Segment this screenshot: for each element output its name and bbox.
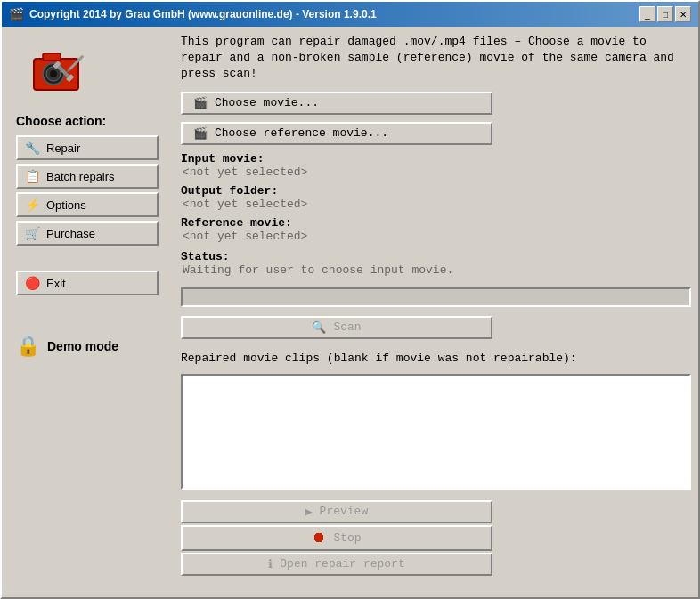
- main-panel: This program can repair damaged .mov/.mp…: [181, 34, 691, 590]
- scan-button[interactable]: 🔍 Scan: [181, 316, 492, 339]
- close-button[interactable]: ✕: [675, 6, 691, 22]
- repaired-label: Repaired movie clips (blank if movie was…: [181, 352, 691, 365]
- window-title: Copyright 2014 by Grau GmbH (www.grauonl…: [29, 8, 377, 20]
- reference-movie-value: <not yet selected>: [183, 230, 691, 243]
- open-repair-report-button[interactable]: ℹ Open repair report: [181, 553, 492, 576]
- demo-mode-section: 🔒 Demo mode: [16, 335, 118, 358]
- purchase-button[interactable]: 🛒 Purchase: [16, 221, 159, 246]
- options-button[interactable]: ⚡ Options: [16, 192, 159, 217]
- svg-rect-4: [43, 53, 61, 61]
- maximize-button[interactable]: □: [657, 6, 673, 22]
- app-logo: [27, 41, 89, 103]
- repair-button[interactable]: 🔧 Repair: [16, 135, 159, 160]
- choose-movie-label: Choose movie...: [215, 96, 319, 109]
- purchase-icon: 🛒: [25, 226, 41, 240]
- description-text: This program can repair damaged .mov/.mp…: [181, 34, 691, 83]
- preview-icon: ▶: [305, 505, 313, 519]
- status-section: Status: Waiting for user to choose input…: [181, 250, 691, 277]
- reference-movie-section: Reference movie: <not yet selected>: [181, 216, 691, 243]
- lock-icon: 🔒: [16, 335, 40, 358]
- progress-bar: [181, 287, 691, 307]
- camera-icon: [27, 41, 89, 103]
- content-area: Choose action: 🔧 Repair 📋 Batch repairs …: [2, 27, 698, 597]
- title-bar-left: 🎬 Copyright 2014 by Grau GmbH (www.grauo…: [9, 7, 377, 21]
- repair-label: Repair: [46, 142, 80, 155]
- choose-reference-label: Choose reference movie...: [215, 126, 388, 140]
- options-icon: ⚡: [25, 198, 41, 212]
- status-label: Status:: [181, 250, 230, 263]
- sidebar: Choose action: 🔧 Repair 📋 Batch repairs …: [9, 34, 174, 590]
- purchase-label: Purchase: [46, 227, 95, 240]
- scan-label: Scan: [333, 320, 361, 334]
- window-controls: _ □ ✕: [639, 6, 691, 22]
- input-movie-section: Input movie: <not yet selected>: [181, 152, 691, 179]
- movie-btn-icon: 🎬: [193, 96, 208, 110]
- open-repair-report-label: Open repair report: [280, 557, 404, 571]
- reference-btn-icon: 🎬: [193, 126, 208, 141]
- choose-movie-button[interactable]: 🎬 Choose movie...: [181, 92, 492, 115]
- batch-repairs-button[interactable]: 📋 Batch repairs: [16, 164, 159, 189]
- title-bar: 🎬 Copyright 2014 by Grau GmbH (www.grauo…: [2, 2, 698, 27]
- input-movie-label: Input movie:: [181, 152, 265, 166]
- exit-label: Exit: [46, 277, 66, 290]
- batch-icon: 📋: [25, 169, 41, 183]
- svg-point-3: [50, 70, 57, 77]
- main-window: 🎬 Copyright 2014 by Grau GmbH (www.grauo…: [0, 0, 700, 599]
- app-icon: 🎬: [9, 7, 24, 21]
- exit-icon: 🔴: [25, 276, 41, 290]
- scan-btn-row: 🔍 Scan: [181, 316, 691, 339]
- output-folder-section: Output folder: <not yet selected>: [181, 184, 691, 211]
- input-movie-value: <not yet selected>: [183, 166, 691, 179]
- stop-label: Stop: [333, 531, 361, 545]
- choose-action-label: Choose action:: [16, 114, 106, 128]
- report-icon: ℹ: [268, 557, 273, 571]
- exit-button[interactable]: 🔴 Exit: [16, 271, 159, 295]
- output-folder-label: Output folder:: [181, 184, 278, 198]
- reference-movie-label: Reference movie:: [181, 216, 292, 230]
- stop-button[interactable]: ⏺ Stop: [181, 525, 492, 551]
- repair-icon: 🔧: [25, 141, 41, 155]
- repaired-clips-area: [181, 374, 691, 490]
- preview-button[interactable]: ▶ Preview: [181, 500, 492, 523]
- choose-reference-button[interactable]: 🎬 Choose reference movie...: [181, 122, 492, 145]
- output-folder-value: <not yet selected>: [183, 198, 691, 211]
- demo-mode-label: Demo mode: [47, 339, 118, 353]
- preview-label: Preview: [320, 505, 369, 518]
- stop-icon: ⏺: [312, 530, 326, 546]
- bottom-buttons: ▶ Preview ⏺ Stop ℹ Open repair report: [181, 500, 691, 576]
- minimize-button[interactable]: _: [639, 6, 655, 22]
- batch-repairs-label: Batch repairs: [46, 170, 115, 183]
- status-value: Waiting for user to choose input movie.: [183, 263, 691, 277]
- options-label: Options: [46, 198, 86, 212]
- scan-icon: 🔍: [312, 320, 326, 335]
